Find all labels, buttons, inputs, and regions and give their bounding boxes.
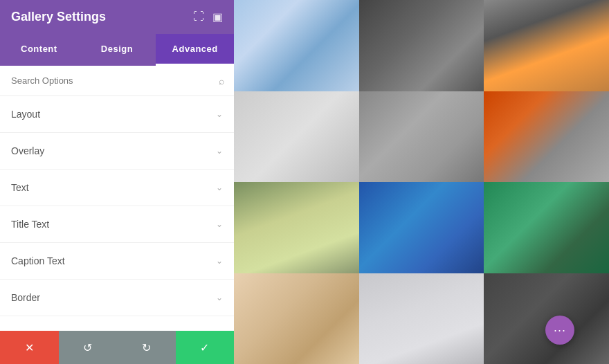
gallery-image-9 — [484, 182, 609, 273]
save-button[interactable]: ✓ — [176, 331, 235, 364]
menu-items: Layout ⌄ Overlay ⌄ Text ⌄ Title Text ⌄ C… — [0, 96, 234, 331]
gallery-image-8 — [359, 182, 484, 273]
menu-item-overlay[interactable]: Overlay ⌄ — [0, 133, 234, 170]
search-icon: ⌕ — [219, 75, 224, 87]
gallery-image-5 — [359, 91, 484, 183]
menu-item-layout[interactable]: Layout ⌄ — [0, 96, 234, 133]
menu-item-title-text-label: Title Text — [11, 219, 49, 230]
gallery-image-7 — [234, 182, 359, 273]
gallery-image-6 — [484, 91, 609, 183]
gallery-image-1 — [234, 0, 359, 91]
search-container: ⌕ — [0, 66, 234, 96]
gallery-image-2 — [359, 0, 484, 91]
collapse-icon[interactable]: ▣ — [212, 10, 223, 24]
gallery-image-3 — [484, 0, 609, 91]
search-input[interactable] — [0, 66, 234, 95]
gallery-image-4 — [234, 91, 359, 183]
chevron-down-icon: ⌄ — [216, 183, 223, 192]
sidebar-header: Gallery Settings ⛶ ▣ — [0, 0, 234, 34]
header-icons: ⛶ ▣ — [193, 10, 223, 24]
gallery-image-10 — [234, 273, 359, 365]
menu-item-caption-text-label: Caption Text — [11, 255, 65, 266]
gallery-image-12 — [484, 273, 609, 365]
menu-item-overlay-label: Overlay — [11, 145, 44, 156]
menu-item-caption-text[interactable]: Caption Text ⌄ — [0, 243, 234, 280]
sidebar: Gallery Settings ⛶ ▣ Content Design Adva… — [0, 0, 234, 364]
chevron-down-icon: ⌄ — [216, 256, 223, 266]
chevron-down-icon: ⌄ — [216, 109, 223, 119]
tabs: Content Design Advanced — [0, 34, 234, 66]
tab-advanced[interactable]: Advanced — [156, 34, 234, 66]
menu-item-layout-label: Layout — [11, 109, 40, 120]
chevron-down-icon: ⌄ — [216, 219, 223, 229]
undo-button[interactable]: ↺ — [59, 331, 118, 364]
gallery-image-11 — [359, 273, 484, 365]
chevron-down-icon: ⌄ — [216, 146, 223, 156]
menu-item-border[interactable]: Border ⌄ — [0, 280, 234, 316]
menu-item-title-text[interactable]: Title Text ⌄ — [0, 206, 234, 243]
redo-button[interactable]: ↻ — [117, 331, 176, 364]
floating-action-button[interactable]: ··· — [545, 316, 574, 345]
sidebar-title: Gallery Settings — [11, 10, 106, 24]
expand-icon[interactable]: ⛶ — [193, 10, 204, 24]
menu-item-text-label: Text — [11, 182, 29, 193]
tab-design[interactable]: Design — [78, 34, 156, 66]
menu-item-text[interactable]: Text ⌄ — [0, 170, 234, 206]
menu-item-border-label: Border — [11, 292, 40, 303]
bottom-toolbar: ✕ ↺ ↻ ✓ — [0, 331, 234, 364]
cancel-button[interactable]: ✕ — [0, 331, 59, 364]
gallery: ··· — [234, 0, 609, 364]
tab-content[interactable]: Content — [0, 34, 78, 66]
chevron-down-icon: ⌄ — [216, 293, 223, 302]
